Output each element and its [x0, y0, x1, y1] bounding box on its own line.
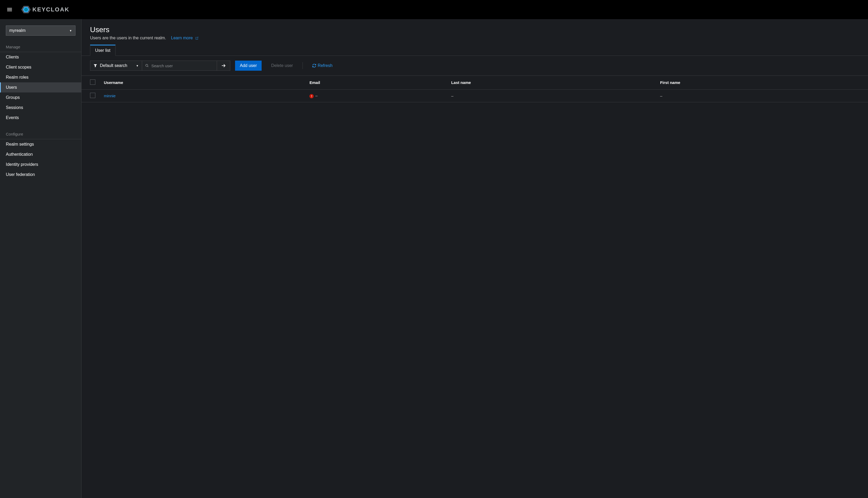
page-description: Users are the users in the current realm…: [90, 36, 166, 40]
caret-down-icon: ▼: [136, 64, 139, 67]
external-link-icon: [195, 36, 199, 40]
column-lastname: Last name: [447, 76, 656, 90]
toolbar: Default search ▼ Add user Delete user Re…: [82, 56, 868, 76]
sidebar-item-events[interactable]: Events: [0, 113, 81, 123]
search-type-dropdown[interactable]: Default search ▼: [90, 61, 142, 71]
lastname-cell: –: [447, 90, 656, 102]
sidebar-item-user-federation[interactable]: User federation: [0, 170, 81, 180]
delete-user-button[interactable]: Delete user: [266, 61, 298, 71]
search-input[interactable]: [151, 64, 214, 68]
email-cell: !–: [305, 90, 447, 102]
search-type-value: Default search: [100, 63, 127, 68]
learn-more-link[interactable]: Learn more: [171, 36, 199, 40]
sidebar-item-client-scopes[interactable]: Client scopes: [0, 62, 81, 72]
firstname-cell: –: [656, 90, 868, 102]
realm-selector-value: myrealm: [9, 28, 26, 33]
brand-name: KEYCLOAK: [32, 6, 69, 13]
nav-section-title: Configure: [0, 123, 81, 139]
keycloak-logo-icon: [21, 5, 31, 14]
realm-selector[interactable]: myrealm ▼: [6, 26, 76, 36]
sidebar-item-groups[interactable]: Groups: [0, 92, 81, 103]
search-submit-button[interactable]: [217, 61, 230, 71]
sidebar-item-identity-providers[interactable]: Identity providers: [0, 159, 81, 170]
tab-user-list[interactable]: User list: [90, 45, 116, 56]
search-input-wrap: [142, 61, 217, 71]
refresh-icon: [312, 64, 316, 67]
nav-section-title: Manage: [0, 36, 81, 52]
column-firstname: First name: [656, 76, 868, 90]
users-table: Username Email Last name First name minn…: [82, 76, 868, 102]
sidebar-item-sessions[interactable]: Sessions: [0, 103, 81, 113]
table-row: minnie!–––: [82, 90, 868, 102]
filter-icon: [93, 64, 97, 67]
column-username: Username: [99, 76, 305, 90]
sidebar-item-authentication[interactable]: Authentication: [0, 149, 81, 159]
hamburger-icon: [6, 6, 13, 13]
toolbar-divider: [303, 62, 303, 69]
column-email: Email: [305, 76, 447, 90]
add-user-button[interactable]: Add user: [235, 61, 262, 71]
sidebar-item-users[interactable]: Users: [0, 82, 81, 92]
refresh-button[interactable]: Refresh: [308, 61, 337, 71]
app-header: KEYCLOAK: [0, 0, 868, 19]
sidebar-item-realm-roles[interactable]: Realm roles: [0, 72, 81, 82]
sidebar: myrealm ▼ ManageClientsClient scopesReal…: [0, 19, 82, 498]
sidebar-item-realm-settings[interactable]: Realm settings: [0, 139, 81, 149]
menu-toggle-button[interactable]: [4, 4, 15, 15]
main-content: Users Users are the users in the current…: [82, 19, 868, 498]
warning-icon: !: [309, 94, 314, 98]
select-all-checkbox[interactable]: [90, 79, 95, 85]
tabs: User list: [82, 40, 868, 56]
row-checkbox[interactable]: [90, 93, 95, 98]
table-header-row: Username Email Last name First name: [82, 76, 868, 90]
search-icon: [145, 64, 149, 67]
brand-logo: KEYCLOAK: [21, 5, 69, 14]
arrow-right-icon: [222, 64, 226, 68]
username-link[interactable]: minnie: [104, 93, 116, 98]
page-title: Users: [90, 26, 859, 34]
caret-down-icon: ▼: [69, 29, 72, 32]
sidebar-item-clients[interactable]: Clients: [0, 52, 81, 62]
